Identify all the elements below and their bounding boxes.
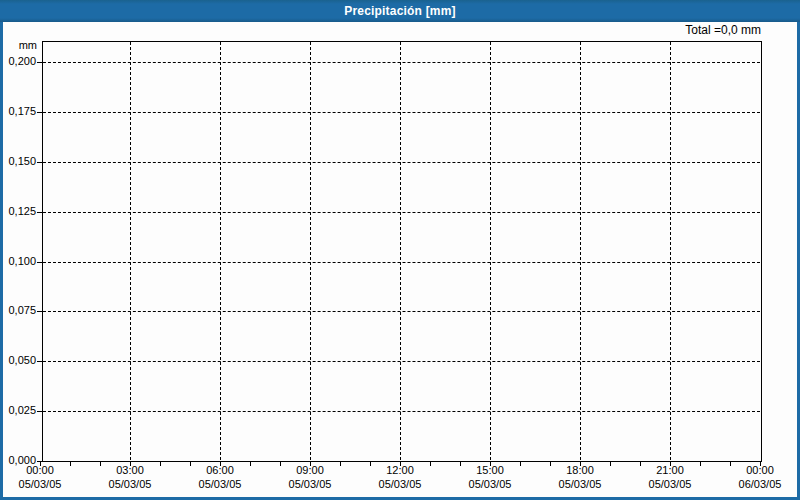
x-gridline [670,42,671,460]
x-axis-tick-label: 00:0005/03/05 [0,463,85,491]
x-axis-tick-label: 18:0005/03/05 [535,463,625,491]
x-tick-date: 05/03/05 [0,477,85,491]
x-axis-minor-tick [130,461,131,466]
x-tick-date: 05/03/05 [355,477,445,491]
x-axis-minor-tick [250,461,251,466]
x-axis-minor-tick [550,461,551,466]
x-gridline [490,42,491,460]
x-axis-minor-tick [610,461,611,466]
x-axis-minor-tick [220,461,221,466]
plot-area[interactable] [42,41,762,462]
x-axis-minor-tick [460,461,461,466]
x-axis-minor-tick [670,461,671,466]
x-axis-minor-tick [160,461,161,466]
y-axis-tick-label: 0,150 [0,155,36,168]
x-axis-tick-label: 15:0005/03/05 [445,463,535,491]
x-axis-minor-tick [580,461,581,466]
y-axis-tick-label: 0,200 [0,55,36,68]
x-axis-minor-tick [400,461,401,466]
x-axis-tick-label: 12:0005/03/05 [355,463,445,491]
x-axis-minor-tick [700,461,701,466]
x-axis-tick-label: 09:0005/03/05 [265,463,355,491]
y-axis-tick-label: 0,125 [0,205,36,218]
y-gridline [43,112,760,113]
chart-title: Precipitación [mm] [344,4,456,18]
y-gridline [43,162,760,163]
x-axis-minor-tick [370,461,371,466]
y-axis-tick [37,62,42,63]
x-axis-minor-tick [730,461,731,466]
y-gridline [43,411,760,412]
x-tick-date: 05/03/05 [265,477,355,491]
y-gridline [43,62,760,63]
y-gridline [43,212,760,213]
x-axis-minor-tick [310,461,311,466]
x-axis-tick-label: 00:0006/03/05 [715,463,800,491]
y-gridline [43,361,760,362]
x-axis-tick-label: 21:0005/03/05 [625,463,715,491]
y-axis-tick [37,262,42,263]
x-axis-minor-tick [100,461,101,466]
y-axis-tick [37,112,42,113]
y-axis-tick-label: 0,100 [0,255,36,268]
y-axis-tick [37,311,42,312]
x-axis-minor-tick [40,461,41,466]
y-axis-tick-label: 0,075 [0,304,36,317]
x-tick-time: 00:00 [0,463,85,477]
x-axis-minor-tick [190,461,191,466]
y-axis-tick [37,162,42,163]
x-axis-minor-tick [280,461,281,466]
x-tick-date: 06/03/05 [715,477,800,491]
y-axis-tick-label: 0,175 [0,105,36,118]
x-axis-minor-tick [640,461,641,466]
x-axis-tick-label: 03:0005/03/05 [85,463,175,491]
x-gridline [310,42,311,460]
y-axis-tick [37,361,42,362]
x-tick-date: 05/03/05 [445,477,535,491]
x-gridline [400,42,401,460]
x-axis-minor-tick [70,461,71,466]
x-tick-date: 05/03/05 [625,477,715,491]
x-axis-tick-label: 06:0005/03/05 [175,463,265,491]
y-gridline [43,311,760,312]
x-axis-minor-tick [430,461,431,466]
chart-title-bar[interactable]: Precipitación [mm] [0,0,800,22]
x-tick-date: 05/03/05 [535,477,625,491]
x-axis-minor-tick [340,461,341,466]
x-tick-date: 05/03/05 [85,477,175,491]
x-axis-minor-tick [520,461,521,466]
y-axis-tick [37,212,42,213]
y-gridline [43,262,760,263]
y-axis-tick [37,411,42,412]
x-axis-minor-tick [490,461,491,466]
x-axis-minor-tick [760,461,761,466]
chart-window: Precipitación [mm] Total =0,0 mm mm 0,20… [0,0,800,500]
y-axis-unit-label: mm [0,39,37,51]
y-axis-tick-label: 0,050 [0,354,36,367]
x-tick-date: 05/03/05 [175,477,265,491]
x-gridline [220,42,221,460]
total-label: Total =0,0 mm [685,23,761,37]
x-tick-time: 00:00 [715,463,800,477]
y-axis-tick-label: 0,025 [0,404,36,417]
x-gridline [580,42,581,460]
x-gridline [130,42,131,460]
